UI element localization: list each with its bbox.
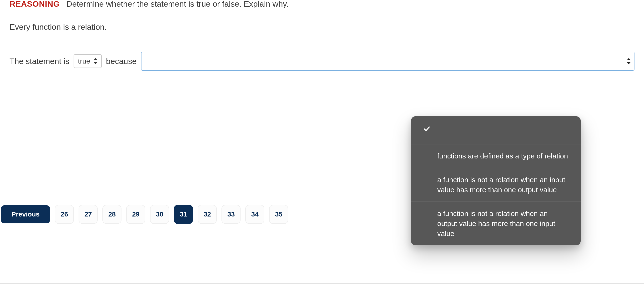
dropdown-option-3[interactable]: a function is not a relation when an out… [411,202,581,245]
reason-dropdown: functions are defined as a type of relat… [411,116,581,245]
previous-label: Previous [12,211,40,218]
previous-button[interactable]: Previous [1,205,50,223]
chevron-updown-icon [93,58,98,64]
page-label: 26 [61,211,68,218]
page-label: 35 [275,211,282,218]
page-button-34[interactable]: 34 [245,205,264,224]
statement-text: Every function is a relation. [10,22,634,32]
dropdown-option-label: a function is not a relation when an inp… [437,176,565,194]
dropdown-option-label: a function is not a relation when an out… [437,210,555,238]
dropdown-option-2[interactable]: a function is not a relation when an inp… [411,168,581,202]
dropdown-option-label: functions are defined as a type of relat… [437,152,568,160]
page-label: 34 [251,211,259,218]
page-button-32[interactable]: 32 [198,205,217,224]
chevron-updown-icon [626,58,631,64]
prompt-tag: REASONING [10,0,60,8]
page-label: 33 [228,211,235,218]
answer-row: The statement is true because [10,52,634,71]
page-button-27[interactable]: 27 [78,205,98,224]
prompt-instruction: Determine whether the statement is true … [66,0,289,8]
page-label: 27 [84,211,92,218]
truth-select-value: true [78,57,90,65]
answer-connector: because [106,57,137,66]
page-label: 29 [132,211,140,218]
check-icon [422,123,431,132]
dropdown-option-1[interactable]: functions are defined as a type of relat… [411,144,581,168]
page-label: 32 [204,211,211,218]
page-label: 31 [180,211,187,218]
truth-select[interactable]: true [74,54,102,68]
prompt-line: REASONING Determine whether the statemen… [10,0,634,8]
divider [0,283,644,284]
page-button-35[interactable]: 35 [269,205,288,224]
page-button-33[interactable]: 33 [222,205,240,224]
dropdown-option-empty[interactable] [411,116,581,144]
page-label: 28 [108,211,116,218]
page-button-30[interactable]: 30 [150,205,169,224]
page-button-29[interactable]: 29 [126,205,145,224]
page-button-26[interactable]: 26 [55,205,74,224]
page-label: 30 [156,211,164,218]
answer-leadin: The statement is [10,57,69,66]
pagination: Previous 26 27 28 29 30 31 32 33 34 35 [0,205,288,224]
page-button-31[interactable]: 31 [174,205,193,224]
reason-select[interactable] [141,52,634,71]
page-button-28[interactable]: 28 [102,205,122,224]
